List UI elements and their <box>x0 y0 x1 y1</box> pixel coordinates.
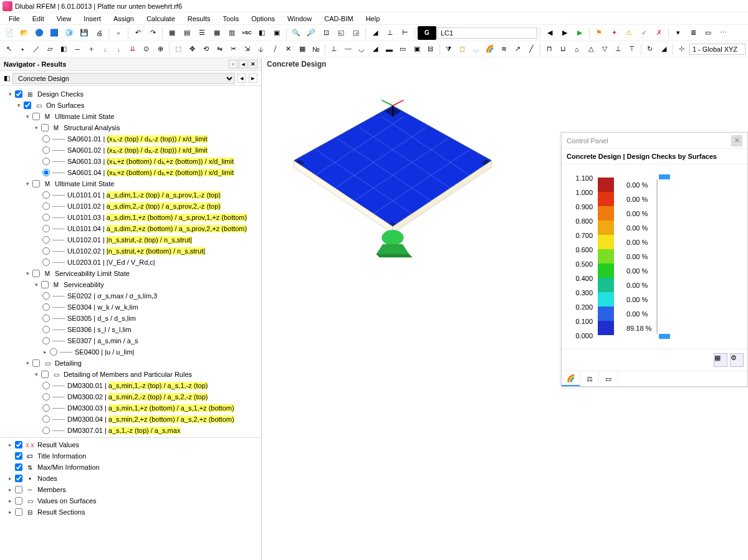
menu-cadbim[interactable]: CAD-BIM <box>318 15 359 22</box>
sup3-icon[interactable]: ⌂ <box>570 42 583 56</box>
print-icon[interactable]: 🖨 <box>92 26 106 40</box>
tree-se-3[interactable]: SE0305 | d_s / d_s,lim <box>0 313 261 324</box>
nav-close-icon[interactable]: ✕ <box>249 60 257 69</box>
tree-dm-2[interactable]: DM0300.02 | a_s,min,2,-z (top) / a_s,2,-… <box>0 391 261 402</box>
play-icon[interactable]: ▶ <box>573 26 587 40</box>
cursor-icon[interactable]: ↖ <box>2 42 15 56</box>
script-icon[interactable]: >SC <box>240 26 254 40</box>
tree-members[interactable]: ▸─Members <box>0 484 261 495</box>
tree-maxmin-info[interactable]: ⇅Max/Min Information <box>0 462 261 473</box>
grid2-icon[interactable]: ▦ <box>210 26 224 40</box>
nav-right-icon[interactable]: ▸ <box>249 74 257 83</box>
snap-icon[interactable]: ⊙ <box>140 42 153 56</box>
load3-icon[interactable]: ⇊ <box>127 42 139 56</box>
menu-assign[interactable]: Assign <box>107 15 140 22</box>
loadcase-dropdown[interactable] <box>438 27 537 39</box>
next-icon[interactable]: ▶ <box>558 26 572 40</box>
close-icon[interactable]: ✕ <box>731 135 742 146</box>
redo-icon[interactable]: ↷ <box>146 26 160 40</box>
legend-top-handle[interactable] <box>659 174 670 179</box>
solid-result-icon[interactable]: ▣ <box>411 42 423 56</box>
axis3-icon[interactable]: ⊹ <box>676 42 688 56</box>
star-icon[interactable]: ✦ <box>607 26 621 40</box>
tree-uls2[interactable]: ▾MUltimate Limit State <box>0 178 261 189</box>
nav-left-icon[interactable]: ◂ <box>237 74 246 83</box>
axis-icon[interactable]: ⊥ <box>383 26 397 40</box>
vec-icon[interactable]: ↗ <box>511 42 524 56</box>
tree-dm-1[interactable]: DM0300.01 | a_s,min,1,-z (top) / a_s,1,-… <box>0 380 261 391</box>
nav-pin-icon[interactable]: ▫ <box>229 60 237 69</box>
cube2-icon[interactable]: ▣ <box>270 26 284 40</box>
open-icon[interactable]: 📂 <box>17 26 31 40</box>
mirror-icon[interactable]: ⇋ <box>213 42 226 56</box>
box-icon[interactable]: ◻ <box>456 42 469 56</box>
section-icon[interactable]: ⊟ <box>424 42 437 56</box>
menu-window[interactable]: Window <box>281 15 318 22</box>
solid-icon[interactable]: ◧ <box>57 42 70 56</box>
tree-serviceability[interactable]: ▾MServiceability <box>0 279 261 290</box>
navigator-category-dropdown[interactable]: Concrete Design <box>12 73 235 84</box>
tree-ul-5[interactable]: UL0102.01 | |n_s,strut,-z (top) / n_s,st… <box>0 234 261 245</box>
tree-ul-2[interactable]: UL0101.02 | a_s,dim,2,-z (top) / a_s,pro… <box>0 201 261 212</box>
pass-icon[interactable]: ✓ <box>637 26 651 40</box>
cube-icon[interactable]: ▫ <box>112 26 125 40</box>
more-icon[interactable]: ⋯ <box>716 26 730 40</box>
tree-sls[interactable]: ▾MServiceability Limit State <box>0 268 261 279</box>
tree-on-surfaces[interactable]: ▾▭On Surfaces <box>0 100 261 111</box>
panel-icon[interactable]: ▥ <box>225 26 239 40</box>
tree-detailing[interactable]: ▾▭Detailing <box>0 358 261 369</box>
diag-icon[interactable]: ╱ <box>525 42 537 56</box>
funnel-icon[interactable]: ⧩ <box>443 42 455 56</box>
tree-nodes[interactable]: ▸•Nodes <box>0 473 261 484</box>
surf-result-icon[interactable]: ▭ <box>396 42 409 56</box>
shear-icon[interactable]: ◢ <box>369 42 381 56</box>
g-badge-icon[interactable]: G <box>418 26 436 40</box>
tree-sa-3[interactable]: SA0601.03 | (x₁,+z (bottom) / d₁,+z (bot… <box>0 156 261 167</box>
navigator-tree[interactable]: ▾⊞Design Checks ▾▭On Surfaces ▾MUltimate… <box>0 86 261 560</box>
tree-result-values[interactable]: ▸x.xResult Values <box>0 439 261 450</box>
break-icon[interactable]: ⧸ <box>269 42 281 56</box>
tree-se-2[interactable]: SE0304 | w_k / w_k,lim <box>0 301 261 313</box>
moment-icon[interactable]: ◡ <box>355 42 368 56</box>
tree-ul-6[interactable]: UL0102.02 | |n_s,strut,+z (bottom) / n_s… <box>0 245 261 257</box>
load2-icon[interactable]: ↓ <box>113 42 125 56</box>
grid-icon[interactable]: ▤ <box>180 26 194 40</box>
menu-view[interactable]: View <box>50 15 78 22</box>
palette-icon[interactable]: ▦ <box>714 353 727 367</box>
flag-icon[interactable]: ⚑ <box>592 26 606 40</box>
undo-icon[interactable]: ↶ <box>131 26 145 40</box>
renum-icon[interactable]: № <box>310 42 322 56</box>
ext-icon[interactable]: ⬚ <box>172 42 185 56</box>
select-icon[interactable]: ▭ <box>701 26 715 40</box>
viewport-3d[interactable]: Concrete Design <box>262 57 748 560</box>
stress-icon[interactable]: ▬ <box>383 42 395 56</box>
axis2-icon[interactable]: ⊢ <box>398 26 412 40</box>
legend-bottom-handle[interactable] <box>659 334 670 339</box>
zoom-prev-icon[interactable]: ◱ <box>334 26 348 40</box>
filter-icon[interactable]: ▾ <box>671 26 685 40</box>
coord-system-dropdown[interactable] <box>689 44 746 55</box>
move-icon[interactable]: ✥ <box>186 42 198 56</box>
nav-prev-icon[interactable]: ◂ <box>239 60 247 69</box>
cross-icon[interactable]: ＋ <box>85 42 98 56</box>
sup7-icon[interactable]: ⊤ <box>626 42 638 56</box>
line-icon[interactable]: ／ <box>30 42 42 56</box>
list-icon[interactable]: ☰ <box>195 26 209 40</box>
sup5-icon[interactable]: ▽ <box>598 42 611 56</box>
tree-sa-4[interactable]: SA0601.04 | (x₂,+z (bottom) / d₂,+z (bot… <box>0 167 261 178</box>
zoom-in-icon[interactable]: 🔍 <box>289 26 303 40</box>
save-icon[interactable]: 💾 <box>77 26 91 40</box>
tree-detailing-rules[interactable]: ▾▭Detailing of Members and Particular Ru… <box>0 369 261 380</box>
tree-dm-3[interactable]: DM0300.03 | a_s,min,1,+z (bottom) / a_s,… <box>0 402 261 414</box>
tree-uls1[interactable]: ▾MUltimate Limit State <box>0 111 261 122</box>
settings-icon[interactable]: ⚙ <box>730 353 744 367</box>
point-icon[interactable]: • <box>16 42 29 56</box>
tree-ul-1[interactable]: UL0101.01 | a_s,dim,1,-z (top) / a_s,pro… <box>0 189 261 201</box>
group-icon[interactable]: ◧ <box>255 26 269 40</box>
extend-icon[interactable]: ⇲ <box>241 42 254 56</box>
sup4-icon[interactable]: △ <box>584 42 597 56</box>
prism-icon[interactable]: ◢ <box>658 42 670 56</box>
trim-icon[interactable]: ✂ <box>227 42 239 56</box>
contour-icon[interactable]: 🌈 <box>484 42 496 56</box>
menu-results[interactable]: Results <box>181 15 217 22</box>
